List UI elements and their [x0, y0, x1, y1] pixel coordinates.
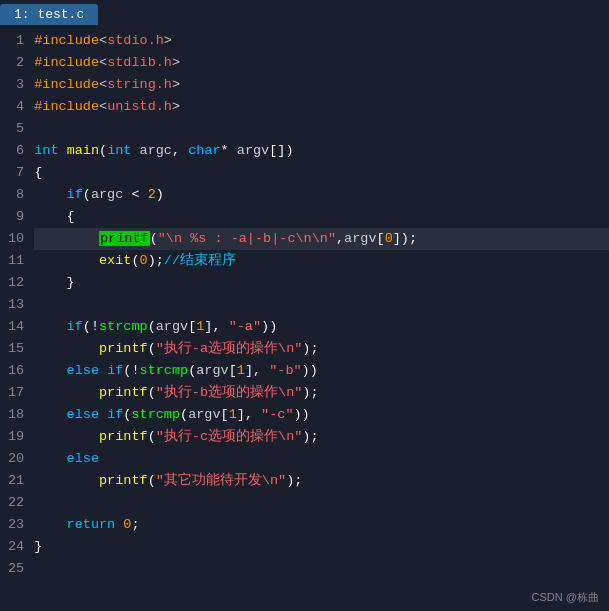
code-line-25 — [34, 558, 609, 580]
code-line-8: if(argc < 2) — [34, 184, 609, 206]
code-line-21: printf("其它功能待开发\n"); — [34, 470, 609, 492]
code-lines[interactable]: #include<stdio.h> #include<stdlib.h> #in… — [34, 29, 609, 607]
code-line-7: { — [34, 162, 609, 184]
code-line-11: exit(0);//结束程序 — [34, 250, 609, 272]
code-line-22 — [34, 492, 609, 514]
editor-wrapper: 1 2 3 4 5 6 7 8 9 10 11 12 13 14 15 16 1… — [0, 25, 609, 611]
code-line-16: else if(!strcmp(argv[1], "-b")) — [34, 360, 609, 382]
code-line-15: printf("执行-a选项的操作\n"); — [34, 338, 609, 360]
code-line-5 — [34, 118, 609, 140]
code-line-14: if(!strcmp(argv[1], "-a")) — [34, 316, 609, 338]
code-line-6: int main(int argc, char* argv[]) — [34, 140, 609, 162]
code-line-18: else if(strcmp(argv[1], "-c")) — [34, 404, 609, 426]
code-line-19: printf("执行-c选项的操作\n"); — [34, 426, 609, 448]
editor-container: 1: test.c 1 2 3 4 5 6 7 8 9 10 11 12 13 … — [0, 0, 609, 611]
watermark: CSDN @栋曲 — [532, 590, 599, 605]
tab-test-c[interactable]: 1: test.c — [0, 4, 98, 25]
code-line-23: return 0; — [34, 514, 609, 536]
line-numbers: 1 2 3 4 5 6 7 8 9 10 11 12 13 14 15 16 1… — [0, 29, 34, 607]
code-line-13 — [34, 294, 609, 316]
code-line-12: } — [34, 272, 609, 294]
tab-bar: 1: test.c — [0, 0, 609, 25]
code-line-20: else — [34, 448, 609, 470]
code-line-3: #include<string.h> — [34, 74, 609, 96]
code-line-4: #include<unistd.h> — [34, 96, 609, 118]
code-line-1: #include<stdio.h> — [34, 30, 609, 52]
code-line-17: printf("执行-b选项的操作\n"); — [34, 382, 609, 404]
code-line-2: #include<stdlib.h> — [34, 52, 609, 74]
code-line-10: printf("\n %s : -a|-b|-c\n\n",argv[0]); — [34, 228, 609, 250]
code-line-24: } — [34, 536, 609, 558]
code-line-9: { — [34, 206, 609, 228]
code-area: 1 2 3 4 5 6 7 8 9 10 11 12 13 14 15 16 1… — [0, 25, 609, 611]
